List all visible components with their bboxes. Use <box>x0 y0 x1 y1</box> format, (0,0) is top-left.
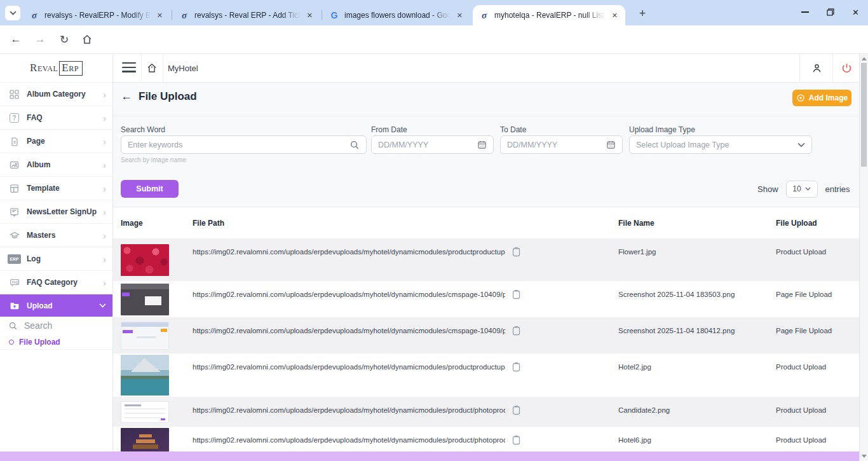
divider <box>113 116 859 116</box>
chevron-right-icon: › <box>103 113 106 123</box>
add-image-button[interactable]: Add Image <box>792 90 851 106</box>
grid-icon <box>8 88 20 100</box>
horizontal-scrollbar[interactable] <box>0 451 859 461</box>
tab-close-icon[interactable]: ✕ <box>156 10 164 21</box>
tab-search-button[interactable] <box>5 6 20 20</box>
bullet-circle-icon <box>9 340 14 345</box>
from-date-field[interactable] <box>371 135 494 154</box>
thumbnail-document-screenshot[interactable] <box>121 401 169 423</box>
chevron-right-icon: › <box>103 183 106 194</box>
file-path-cell: https://img02.revalomni.com/uploads/erpd… <box>193 281 618 317</box>
chevron-right-icon: › <box>103 136 106 147</box>
calendar-icon[interactable] <box>477 140 487 149</box>
browser-tab-active[interactable]: σ myhotelqa - RevalERP - null List ✕ <box>473 5 625 25</box>
sidebar-search-input[interactable]: Search <box>0 317 112 334</box>
file-name-cell: Hotel6.jpg <box>618 427 776 451</box>
sidebar-item-faq[interactable]: ? FAQ › <box>0 106 112 130</box>
close-icon[interactable]: ✕ <box>852 8 859 17</box>
sidebar-item-album-category[interactable]: Album Category › <box>0 83 112 106</box>
file-name-cell: Candidate2.png <box>618 397 776 427</box>
copy-icon[interactable] <box>510 361 522 373</box>
upload-type-select[interactable]: Select Upload Image Type <box>629 135 812 154</box>
sidebar-subitem-file-upload[interactable]: File Upload <box>0 334 112 350</box>
table-row: https://img02.revalomni.com/uploads/erpd… <box>113 238 859 281</box>
file-upload-cell: Product Upload <box>776 427 851 451</box>
back-arrow-icon[interactable]: ← <box>121 90 132 103</box>
browser-tab-2[interactable]: σ revalsys - Reval ERP - Add Ticke ✕ <box>173 5 320 25</box>
scroll-down-arrow-icon[interactable] <box>862 455 867 458</box>
back-icon[interactable]: ← <box>9 32 23 46</box>
plus-circle-icon <box>796 93 805 102</box>
page-icon <box>8 135 20 148</box>
copy-icon[interactable] <box>510 246 522 258</box>
copy-icon[interactable] <box>510 325 522 336</box>
search-icon[interactable] <box>349 140 360 150</box>
sidebar-item-faq-category[interactable]: FAQ FAQ Category › <box>0 271 112 294</box>
table-header: Image File Path File Name File Upload <box>113 207 859 238</box>
sidebar-item-newsletter-signup[interactable]: NewsLetter SignUp › <box>0 200 112 224</box>
forward-icon[interactable]: → <box>33 32 47 46</box>
reload-icon[interactable]: ↻ <box>57 32 71 46</box>
to-date-label: To Date <box>500 125 526 134</box>
thumbnail-dark-ui-screenshot[interactable] <box>121 284 169 315</box>
thumbnail-red-roses-photo[interactable] <box>121 244 169 276</box>
image-cell <box>113 354 193 397</box>
tab-close-icon[interactable]: ✕ <box>611 10 619 21</box>
minimize-icon[interactable] <box>801 11 809 13</box>
logo-erp-box: Erp <box>59 61 83 76</box>
browser-tab-1[interactable]: σ revalsys - RevalERP - Modify BR ✕ <box>23 5 170 25</box>
tab-close-icon[interactable]: ✕ <box>306 10 314 21</box>
tab-close-icon[interactable]: ✕ <box>456 10 464 21</box>
sidebar-item-masters[interactable]: Masters › <box>0 224 112 247</box>
scroll-up-arrow-icon[interactable] <box>862 57 867 60</box>
hamburger-menu-icon[interactable] <box>122 62 136 72</box>
album-icon <box>8 159 20 171</box>
copy-icon[interactable] <box>510 434 522 446</box>
copy-icon[interactable] <box>510 404 522 416</box>
file-path-text: https://img02.revalomni.com/uploads/erpd… <box>193 363 505 371</box>
submit-button[interactable]: Submit <box>121 180 179 198</box>
file-upload-cell: Product Upload <box>776 354 851 397</box>
sidebar-item-upload[interactable]: Upload <box>0 294 112 317</box>
calendar-icon[interactable] <box>606 140 616 149</box>
file-upload-cell: Page File Upload <box>776 317 851 354</box>
thumbnail-dark-illustration[interactable] <box>121 428 169 452</box>
search-word-field[interactable] <box>121 135 367 154</box>
to-date-field[interactable] <box>500 135 623 154</box>
browser-tab-3[interactable]: G images flowers download - Goo ✕ <box>323 5 470 25</box>
thumbnail-light-ui-screenshot[interactable] <box>121 322 169 350</box>
copy-icon[interactable] <box>510 289 522 300</box>
column-header-image: Image <box>113 219 193 228</box>
to-date-input[interactable] <box>507 141 601 149</box>
entries-label: entries <box>825 184 850 194</box>
sidebar-item-template[interactable]: Template › <box>0 177 112 200</box>
sidebar-item-log[interactable]: ERP Log › <box>0 247 112 271</box>
chevron-down-icon <box>10 11 17 15</box>
show-label: Show <box>757 184 778 194</box>
sidebar-item-label: Page <box>27 137 45 146</box>
chevron-down-icon <box>797 142 805 148</box>
user-icon[interactable] <box>811 62 823 74</box>
restore-icon[interactable] <box>827 8 834 16</box>
page-content: ← File Upload Add Image Search Word Sear… <box>113 83 859 451</box>
browser-window: σ revalsys - RevalERP - Modify BR ✕ σ re… <box>0 0 868 461</box>
vertical-scrollbar-thumb[interactable] <box>861 63 867 167</box>
power-logout-icon[interactable] <box>841 62 853 74</box>
vertical-scrollbar[interactable] <box>859 54 868 461</box>
topbar-separator <box>799 54 800 83</box>
page-size-select[interactable]: 10 <box>786 181 818 198</box>
app-home-icon[interactable] <box>146 62 158 74</box>
sidebar-item-label: NewsLetter SignUp <box>27 207 97 216</box>
new-tab-button[interactable]: + <box>635 6 650 21</box>
thumbnail-resort-photo[interactable] <box>121 355 169 396</box>
sidebar-item-album[interactable]: Album › <box>0 153 112 177</box>
sidebar-item-page[interactable]: Page › <box>0 130 112 153</box>
from-date-input[interactable] <box>378 141 472 149</box>
template-icon <box>8 182 20 195</box>
tab-title: revalsys - RevalERP - Modify BR <box>44 11 151 20</box>
search-word-input[interactable] <box>128 141 344 149</box>
file-path-cell: https://img02.revalomni.com/uploads/erpd… <box>193 427 618 451</box>
browser-home-icon[interactable] <box>80 32 94 46</box>
tab-title: myhotelqa - RevalERP - null List <box>494 11 606 20</box>
table-row: https://img02.revalomni.com/uploads/erpd… <box>113 397 859 427</box>
